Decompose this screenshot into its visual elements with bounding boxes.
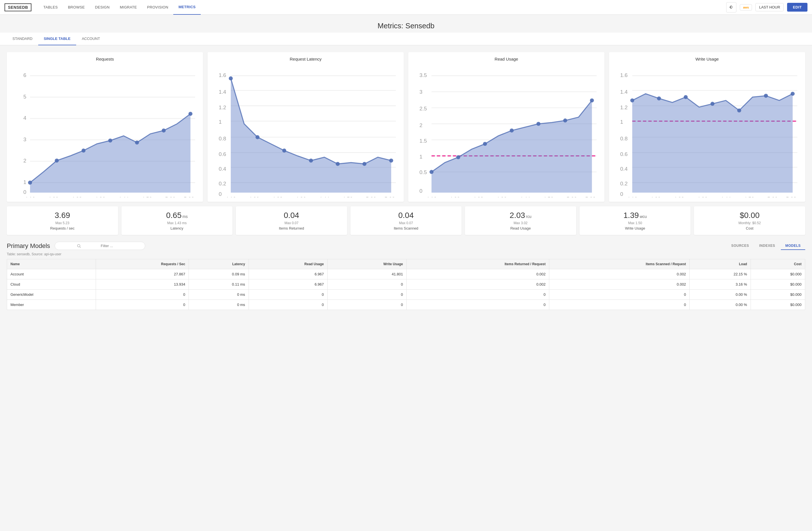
tab-sources[interactable]: SOURCES: [727, 242, 754, 250]
svg-text:1: 1: [23, 179, 26, 185]
read-usage-chart-title: Read Usage: [413, 57, 600, 61]
svg-point-81: [483, 142, 487, 146]
table-row[interactable]: GenericModel 0 0 ms 0 0 0 0 0.00 % $0.00…: [7, 290, 805, 300]
latency-chart[interactable]: 1.6 1.4 1.2 1 0.8 0.6 0.4 0.2 0: [212, 64, 399, 197]
tab-single-table[interactable]: SINGLE TABLE: [38, 32, 76, 45]
col-requests-sec: Requests / Sec: [96, 259, 189, 269]
cell-requests: 27.867: [96, 269, 189, 279]
svg-point-119: [791, 92, 795, 96]
stat-read-usage: 2.03 rcu Max 3.02 Read Usage: [465, 206, 576, 235]
tab-indexes[interactable]: INDEXES: [755, 242, 780, 250]
table-row[interactable]: Member 0 0 ms 0 0 0 0 0.00 % $0.000: [7, 300, 805, 310]
refresh-icon: [726, 5, 736, 10]
latency-chart-card: Request Latency 1.6 1.4 1.2 1 0.8 0.6 0.…: [207, 52, 404, 202]
requests-chart[interactable]: 6 5 4 3 2 1 0: [11, 64, 199, 197]
filter-text-input[interactable]: [101, 244, 141, 248]
col-items-scanned: Items Scanned / Request: [549, 259, 690, 269]
stat-write-usage-max: Max 1.50: [583, 221, 687, 225]
edit-button[interactable]: EDIT: [787, 3, 808, 12]
cell-read: 0: [249, 290, 327, 300]
cell-write: 0: [327, 290, 406, 300]
svg-marker-78: [432, 101, 592, 193]
svg-text:4:16: 4:16: [627, 196, 637, 197]
cell-cost: $0.000: [751, 300, 805, 310]
stats-row: 3.69 Max 5.23 Requests / sec 0.65 ms Max…: [7, 206, 805, 235]
svg-text:1.2: 1.2: [620, 104, 628, 110]
logo[interactable]: SENSEDB: [4, 3, 31, 11]
cell-items-ret: 0: [407, 290, 549, 300]
charts-row: Requests 6 5 4 3 2 1 0: [7, 52, 805, 202]
svg-point-16: [82, 149, 86, 152]
primary-models-title: Primary Models: [7, 242, 50, 250]
svg-point-17: [108, 138, 112, 142]
svg-text:1.4: 1.4: [219, 89, 226, 95]
stat-requests: 3.69 Max 5.23 Requests / sec: [7, 206, 118, 235]
aws-button[interactable]: aws: [740, 4, 752, 11]
svg-text:5: 5: [23, 94, 26, 100]
primary-models-header: Primary Models SOURCES INDEXES MODELS: [7, 242, 805, 250]
svg-text:4:20: 4:20: [48, 196, 59, 197]
col-items-returned: Items Returned / Request: [407, 259, 549, 269]
svg-text:0.5: 0.5: [420, 169, 427, 175]
svg-text:3: 3: [23, 136, 26, 142]
cell-load: 3.16 %: [690, 279, 751, 290]
nav-tables[interactable]: TABLES: [38, 0, 63, 15]
svg-text:5:00: 5:00: [767, 196, 778, 197]
tab-standard[interactable]: STANDARD: [7, 32, 38, 45]
nav-provision[interactable]: PROVISION: [142, 0, 174, 15]
nav-design[interactable]: DESIGN: [90, 0, 115, 15]
svg-text:1.6: 1.6: [219, 72, 226, 78]
svg-text:4:28: 4:28: [473, 196, 483, 197]
stat-cost-max: Monthly: $0.52: [697, 221, 802, 225]
cell-write: 0: [327, 300, 406, 310]
primary-models-table: Name Requests / Sec Latency Read Usage W…: [7, 259, 805, 310]
nav-metrics[interactable]: METRICS: [173, 0, 201, 15]
svg-text:0: 0: [219, 191, 222, 197]
svg-text:1.4: 1.4: [620, 89, 628, 95]
tab-models[interactable]: MODELS: [781, 242, 805, 250]
cell-cost: $0.000: [751, 269, 805, 279]
table-row[interactable]: Account 27.867 0.09 ms 6.967 41.801 0.00…: [7, 269, 805, 279]
cell-requests: 0: [96, 290, 189, 300]
svg-text:5:08: 5:08: [786, 196, 796, 197]
svg-text:0.8: 0.8: [219, 136, 226, 142]
svg-text:4:20: 4:20: [450, 196, 460, 197]
cell-name: Cloud: [7, 279, 96, 290]
svg-text:1: 1: [420, 154, 423, 160]
stat-items-returned-max: Max 0.07: [239, 221, 344, 225]
svg-text:5:08: 5:08: [385, 196, 395, 197]
svg-text:4: 4: [23, 115, 26, 121]
requests-chart-card: Requests 6 5 4 3 2 1 0: [7, 52, 203, 202]
read-usage-chart[interactable]: 3.5 3 2.5 2 1.5 1 0.5 0: [413, 64, 600, 197]
time-range-selector[interactable]: LAST HOUR: [755, 3, 784, 11]
nav-migrate[interactable]: MIGRATE: [115, 0, 142, 15]
filter-input-container[interactable]: [55, 242, 145, 250]
svg-text:4:28: 4:28: [71, 196, 82, 197]
primary-models-section: Primary Models SOURCES INDEXES MODELS Ta…: [7, 242, 805, 310]
table-row[interactable]: Cloud 13.934 0.11 ms 6.967 0 0.002 0.002…: [7, 279, 805, 290]
svg-text:4:44: 4:44: [118, 196, 129, 197]
section-tabs: SOURCES INDEXES MODELS: [727, 242, 805, 250]
refresh-button[interactable]: [726, 2, 736, 13]
stat-items-scanned-max: Max 0.07: [354, 221, 459, 225]
svg-point-15: [55, 159, 59, 162]
svg-point-20: [189, 112, 192, 116]
nav-browse[interactable]: BROWSE: [63, 0, 90, 15]
nav-items: TABLES BROWSE DESIGN MIGRATE PROVISION M…: [38, 0, 201, 15]
col-name: Name: [7, 259, 96, 269]
page-header: Metrics: Sensedb: [0, 15, 812, 32]
stat-read-usage-max: Max 3.02: [468, 221, 573, 225]
write-usage-chart[interactable]: 1.6 1.4 1.2 1 0.8 0.6 0.4 0.2 0: [613, 64, 801, 197]
svg-point-114: [657, 97, 661, 101]
svg-text:4:44: 4:44: [520, 196, 530, 197]
cell-items-scan: 0: [549, 300, 690, 310]
svg-text:1: 1: [620, 119, 623, 125]
tab-account[interactable]: ACCOUNT: [76, 32, 106, 45]
svg-text:4:16: 4:16: [226, 196, 236, 197]
svg-text:4:28: 4:28: [673, 196, 684, 197]
svg-point-115: [684, 95, 688, 99]
cell-items-scan: 0.002: [549, 269, 690, 279]
stat-requests-label: Requests / sec: [10, 226, 115, 231]
cell-requests: 13.934: [96, 279, 189, 290]
svg-point-83: [537, 122, 540, 126]
